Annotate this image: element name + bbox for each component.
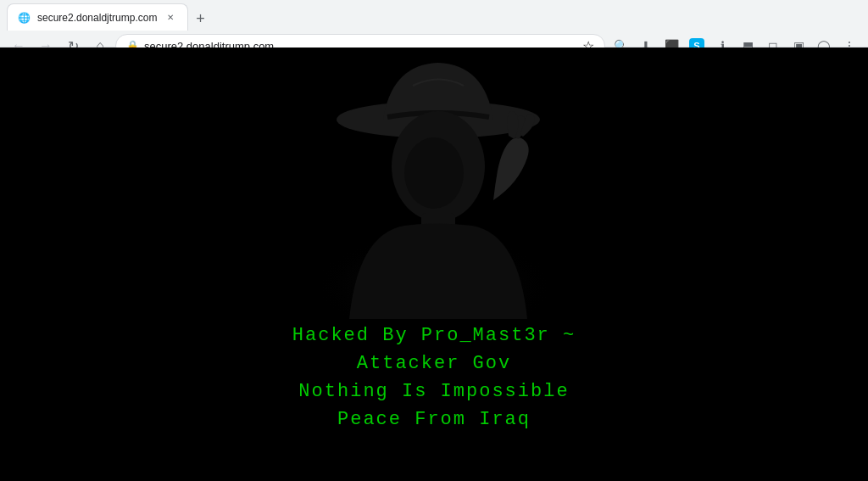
hacker-silhouette-svg [281, 48, 587, 319]
hack-line-2: Attacker Gov [292, 353, 576, 374]
new-tab-button[interactable]: + [188, 7, 212, 31]
tab-title: secure2.donaldjtrump.com [37, 12, 157, 24]
tab-close-button[interactable]: ✕ [164, 11, 177, 25]
page-content: Hacked By Pro_Mast3r ~ Attacker Gov Noth… [0, 48, 868, 481]
hack-line-4: Peace From Iraq [292, 409, 576, 430]
browser-chrome: 🌐 secure2.donaldjtrump.com ✕ + ← → ↻ ⌂ 🔒… [0, 0, 868, 48]
hack-line-1: Hacked By Pro_Mast3r ~ [292, 325, 576, 346]
hack-text-container: Hacked By Pro_Mast3r ~ Attacker Gov Noth… [292, 325, 576, 430]
tab-favicon: 🌐 [18, 12, 31, 24]
hacker-figure [281, 48, 587, 319]
svg-point-4 [404, 137, 464, 209]
tab-bar: 🌐 secure2.donaldjtrump.com ✕ + [0, 0, 868, 31]
hack-line-3: Nothing Is Impossible [292, 381, 576, 402]
active-tab[interactable]: 🌐 secure2.donaldjtrump.com ✕ [7, 3, 188, 31]
